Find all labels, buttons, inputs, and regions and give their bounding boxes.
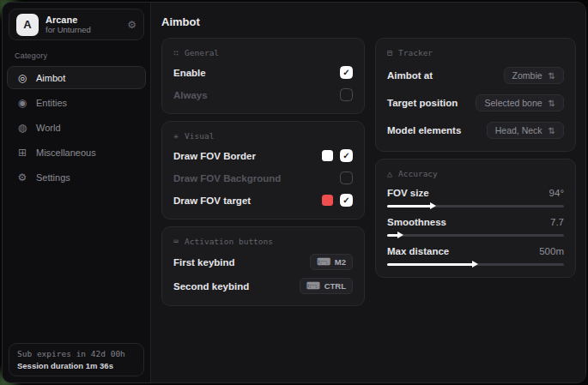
fov-size-slider[interactable] [387,205,564,208]
brand-subtitle: for Unturned [45,25,91,34]
visual-card-header: ✳ Visual [173,131,353,141]
expand-icon: ⇅ [549,71,555,81]
general-card-header: ∷ General [173,48,353,57]
accuracy-card-header: △ Accuracy [387,169,564,178]
general-icon: ∷ [173,48,179,57]
setting-row-smoothness: Smoothness 7.7 [387,217,564,237]
globe-icon: ◍ [16,122,28,134]
keybind-value: M2 [335,257,346,267]
sidebar-item-label: Miscellaneous [36,147,96,158]
setting-label: Model elements [387,125,461,135]
max-distance-value: 500m [539,246,564,256]
main-content: Aimbot ∷ General Enable ✓ A [151,3,586,382]
crosshair-icon: ◎ [16,72,28,84]
category-label: Category [15,51,138,60]
accuracy-card: △ Accuracy FOV size 94° [375,159,576,278]
slider-fill [387,234,401,237]
first-keybind-button[interactable]: ⌨ M2 [310,254,353,270]
tracker-card-header: ⊟ Tracker [387,48,564,57]
setting-row-fov-target: Draw FOV target ✓ [173,193,353,208]
setting-row-fov-border: Draw FOV Border ✓ [173,148,353,163]
activation-card: ⌨ Activation buttons First keybind ⌨ M2 [161,226,365,306]
fov-border-checkbox[interactable]: ✓ [340,149,353,162]
sidebar-nav: ◎ Aimbot ◉ Entities ◍ World ⊞ Miscellane… [3,66,150,189]
setting-row-aimbot-at: Aimbot at Zombie ⇅ [387,66,564,85]
right-column: ⊟ Tracker Aimbot at Zombie ⇅ Target posi… [375,38,576,278]
setting-label: First keybind [173,257,235,268]
entities-icon: ◉ [16,97,28,109]
smoothness-value: 7.7 [550,217,564,227]
page-title: Aimbot [151,3,586,38]
sidebar-item-label: Settings [36,172,70,183]
model-elements-dropdown[interactable]: Head, Neck ⇅ [487,122,564,139]
setting-label: Always [173,90,208,100]
setting-row-enable: Enable ✓ [173,65,353,80]
sidebar: A Arcane for Unturned ⚙ Category ◎ Aimbo… [3,3,151,382]
setting-label: Draw FOV target [173,196,251,206]
sidebar-item-label: World [36,123,61,133]
sidebar-item-miscellaneous[interactable]: ⊞ Miscellaneous [7,141,146,164]
visual-icon: ✳ [173,131,179,141]
slider-fill [387,263,476,266]
sidebar-item-label: Aimbot [36,73,65,83]
left-column: ∷ General Enable ✓ Always [161,38,365,306]
subscription-info: Sub expires in 42d 00h Session duration … [9,343,144,376]
tracker-card-title: Tracker [398,48,433,57]
color-swatch-red[interactable] [322,195,333,206]
keybind-value: CTRL [324,281,346,291]
general-card-title: General [185,48,219,57]
settings-icon: ⚙ [16,171,28,183]
dropdown-value: Selected bone [484,98,542,108]
setting-row-fov-size: FOV size 94° [387,188,564,208]
setting-label: FOV size [387,188,429,198]
expand-icon: ⇅ [549,126,555,135]
setting-row-fov-background: Draw FOV Background [173,171,353,185]
second-keybind-button[interactable]: ⌨ CTRL [300,278,353,294]
always-checkbox[interactable] [340,88,353,101]
gear-icon[interactable]: ⚙ [127,19,136,31]
keyboard-icon: ⌨ [317,256,330,268]
setting-label: Aimbot at [387,70,433,81]
setting-row-model-elements: Model elements Head, Neck ⇅ [387,121,564,140]
setting-label: Second keybind [173,281,249,292]
accuracy-card-title: Accuracy [398,169,438,178]
brand-logo: A [16,14,39,36]
setting-label: Max distance [387,246,449,256]
sidebar-item-settings[interactable]: ⚙ Settings [7,165,146,189]
grid-icon: ⊞ [16,147,28,159]
keyboard-icon: ⌨ [306,280,320,292]
brand-name: Arcane [45,15,91,25]
session-duration-text: Session duration 1m 36s [17,361,136,370]
brand-text: Arcane for Unturned [45,15,91,34]
tracker-icon: ⊟ [387,48,392,57]
setting-row-always: Always [173,87,353,102]
target-position-dropdown[interactable]: Selected bone ⇅ [476,94,564,111]
max-distance-slider[interactable] [387,263,564,266]
color-swatch-white[interactable] [322,150,333,161]
sidebar-item-label: Entities [36,98,67,108]
activation-card-header: ⌨ Activation buttons [173,237,353,246]
aimbot-at-dropdown[interactable]: Zombie ⇅ [504,67,564,84]
accuracy-icon: △ [387,169,392,178]
expand-icon: ⇅ [549,99,555,108]
tracker-card: ⊟ Tracker Aimbot at Zombie ⇅ Target posi… [375,38,576,152]
fov-background-checkbox[interactable] [340,171,353,184]
fov-target-checkbox[interactable]: ✓ [340,194,353,207]
setting-row-target-position: Target position Selected bone ⇅ [387,93,564,112]
setting-label: Draw FOV Border [173,151,256,161]
keyboard-icon: ⌨ [173,237,179,246]
dropdown-value: Head, Neck [495,125,543,135]
dropdown-value: Zombie [512,70,543,81]
sidebar-item-world[interactable]: ◍ World [7,116,146,139]
setting-row-max-distance: Max distance 500m [387,246,564,266]
slider-fill [387,205,433,208]
sidebar-item-aimbot[interactable]: ◎ Aimbot [7,66,146,89]
app-window: A Arcane for Unturned ⚙ Category ◎ Aimbo… [2,2,586,383]
general-card: ∷ General Enable ✓ Always [161,38,365,114]
brand-header: A Arcane for Unturned ⚙ [9,9,144,40]
smoothness-slider[interactable] [387,234,564,237]
sidebar-item-entities[interactable]: ◉ Entities [7,91,146,114]
setting-label: Smoothness [387,217,446,227]
visual-card-title: Visual [185,131,214,141]
enable-checkbox[interactable]: ✓ [340,66,353,79]
